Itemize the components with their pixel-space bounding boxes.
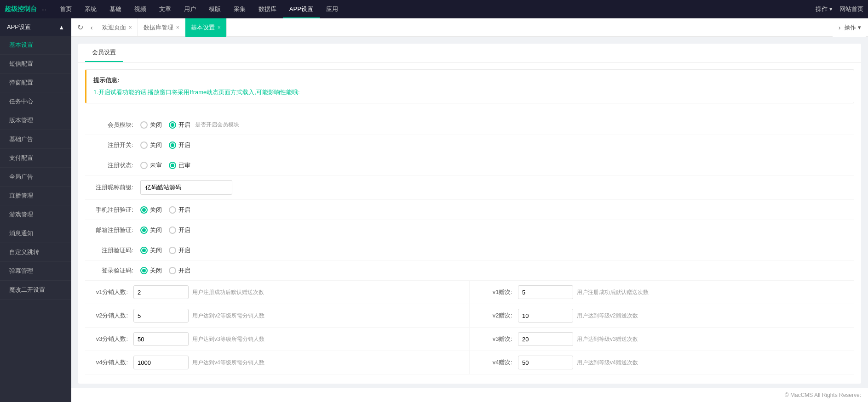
nav-video[interactable]: 视频	[128, 0, 153, 18]
nav-ops-button[interactable]: 操作 ▾	[816, 5, 833, 13]
radio-circle-reg-off	[140, 142, 148, 149]
radio-phone-off[interactable]: 关闭	[140, 206, 162, 214]
sidebar-item-game[interactable]: 游戏管理	[0, 205, 71, 224]
radio-label-email-off: 关闭	[150, 226, 162, 234]
input-v1-gift[interactable]	[518, 285, 573, 299]
nav-app[interactable]: 应用	[320, 0, 345, 18]
radio-circle-logcap-off	[140, 267, 148, 274]
sidebar-item-task[interactable]: 任务中心	[0, 92, 71, 111]
radio-register-on[interactable]: 开启	[169, 141, 190, 149]
form-row-login-captcha: 登录验证码: 关闭 开启	[85, 260, 854, 281]
radio-member-on[interactable]: 开启	[169, 121, 190, 129]
radio-register-switch: 关闭 开启	[140, 141, 190, 149]
alert-title: 提示信息:	[93, 75, 847, 85]
card-tab-member[interactable]: 会员设置	[85, 44, 123, 62]
hint-v4-dist: 用户达到v4等级所需分销人数	[192, 359, 264, 367]
nav-menu: 首页 系统 基础 视频 文章 用户 模版 采集 数据库 APP设置 应用	[53, 0, 345, 18]
label-login-captcha: 登录验证码:	[85, 266, 140, 275]
nav-site-home-button[interactable]: 网站首页	[839, 5, 863, 13]
nav-app-settings[interactable]: APP设置	[283, 0, 320, 18]
sidebar-item-live[interactable]: 直播管理	[0, 187, 71, 205]
hint-v2-gift: 用户达到等级v2赠送次数	[577, 312, 638, 320]
radio-circle-member-off	[140, 121, 148, 129]
nav-basic[interactable]: 基础	[103, 0, 128, 18]
input-nickname-prefix[interactable]	[140, 180, 232, 195]
sidebar-item-base-ads[interactable]: 基础广告	[0, 130, 71, 149]
radio-email-verify: 关闭 开启	[140, 226, 190, 234]
radio-login-captcha-on[interactable]: 开启	[169, 266, 190, 275]
sidebar-item-payment[interactable]: 支付配置	[0, 149, 71, 168]
input-v2-gift[interactable]	[518, 309, 573, 323]
input-v3-dist[interactable]	[133, 332, 189, 346]
radio-login-captcha-off[interactable]: 关闭	[140, 266, 162, 275]
label-v3-gift: v3赠次:	[477, 335, 518, 343]
tab-database[interactable]: 数据库管理 ×	[138, 18, 185, 37]
radio-email-on[interactable]: 开启	[169, 226, 190, 234]
nav-user[interactable]: 用户	[178, 0, 202, 18]
tab-forward-button[interactable]: ›	[835, 18, 845, 37]
tab-welcome-close[interactable]: ×	[129, 18, 132, 37]
input-v4-dist[interactable]	[133, 356, 189, 369]
input-v2-dist[interactable]	[133, 309, 189, 323]
grid-cell-v4-dist: v4分销人数: 用户达到v4等级所需分销人数	[85, 351, 470, 374]
radio-reg-captcha-off[interactable]: 关闭	[140, 246, 162, 255]
sidebar-item-redirect[interactable]: 自定义跳转	[0, 243, 71, 262]
input-v4-gift[interactable]	[518, 356, 573, 369]
radio-label-unreview: 未审	[150, 161, 162, 170]
grid-cell-v1-dist: v1分销人数: 用户注册成功后默认赠送次数	[85, 281, 470, 304]
sidebar-item-basic-settings[interactable]: 基本设置	[0, 36, 71, 55]
tab-refresh-button[interactable]: ↻	[74, 23, 87, 32]
sidebar-collapse-icon[interactable]: ▲	[58, 24, 64, 31]
form-row-reg-captcha: 注册验证码: 关闭 开启	[85, 240, 854, 260]
sidebar-item-version[interactable]: 版本管理	[0, 111, 71, 130]
form-row-phone-verify: 手机注册验证: 关闭 开启	[85, 200, 854, 220]
page-footer: © MacCMS All Rights Reserve:	[71, 388, 868, 402]
input-v1-dist[interactable]	[133, 285, 189, 299]
radio-reg-captcha-on[interactable]: 开启	[169, 246, 190, 255]
tab-basic-settings[interactable]: 基本设置 ×	[185, 18, 227, 37]
radio-circle-logcap-on	[169, 267, 176, 274]
radio-phone-on[interactable]: 开启	[169, 206, 190, 214]
sidebar-item-magic[interactable]: 魔改二开设置	[0, 281, 71, 300]
radio-register-off[interactable]: 关闭	[140, 141, 162, 149]
main-card: 会员设置 提示信息: 1.开启试看功能的话,播放窗口将采用Iframe动态页面方…	[78, 44, 861, 384]
radio-status-unreviewed[interactable]: 未审	[140, 161, 162, 170]
radio-circle-member-on	[169, 121, 176, 129]
radio-label-reg-off: 关闭	[150, 141, 162, 149]
nav-template[interactable]: 模版	[202, 0, 227, 18]
input-v3-gift[interactable]	[518, 332, 573, 346]
label-v1-gift: v1赠次:	[477, 288, 518, 296]
radio-circle-email-off	[140, 226, 148, 234]
sidebar-item-sms[interactable]: 短信配置	[0, 55, 71, 74]
sidebar-item-global-ads[interactable]: 全局广告	[0, 168, 71, 187]
sidebar-item-notification[interactable]: 消息通知	[0, 224, 71, 243]
tab-back-button[interactable]: ‹	[87, 18, 97, 37]
radio-circle-regcap-off	[140, 247, 148, 254]
nav-system[interactable]: 系统	[78, 0, 103, 18]
radio-label-phone-on: 开启	[178, 206, 190, 214]
tab-database-close[interactable]: ×	[176, 18, 179, 37]
sidebar-title: APP设置	[7, 23, 31, 31]
radio-circle-reg-on	[169, 142, 176, 149]
radio-circle-regcap-on	[169, 247, 176, 254]
label-v4-gift: v4赠次:	[477, 358, 518, 367]
tab-basic-close[interactable]: ×	[218, 18, 221, 37]
radio-email-off[interactable]: 关闭	[140, 226, 162, 234]
radio-label-regcap-off: 关闭	[150, 246, 162, 255]
nav-database[interactable]: 数据库	[252, 0, 283, 18]
tab-ops-button[interactable]: 操作 ▾	[844, 23, 861, 32]
radio-member-off[interactable]: 关闭	[140, 121, 162, 129]
radio-status-reviewed[interactable]: 已审	[169, 161, 190, 170]
nav-home[interactable]: 首页	[53, 0, 78, 18]
nav-article[interactable]: 文章	[153, 0, 178, 18]
nav-dots[interactable]: ···	[41, 6, 46, 13]
sidebar-header: APP设置 ▲	[0, 18, 71, 36]
tab-welcome[interactable]: 欢迎页面 ×	[97, 18, 138, 37]
radio-circle-phone-off	[140, 206, 148, 214]
grid-form: v1分销人数: 用户注册成功后默认赠送次数 v1赠次: 用户注册成功后默认赠送次…	[85, 281, 854, 374]
hint-member-module: 是否开启会员模块	[195, 121, 239, 129]
nav-collect[interactable]: 采集	[227, 0, 252, 18]
sidebar-item-danmu[interactable]: 弹幕管理	[0, 262, 71, 281]
sidebar-item-popup[interactable]: 弹窗配置	[0, 74, 71, 92]
tab-database-label: 数据库管理	[144, 18, 173, 37]
